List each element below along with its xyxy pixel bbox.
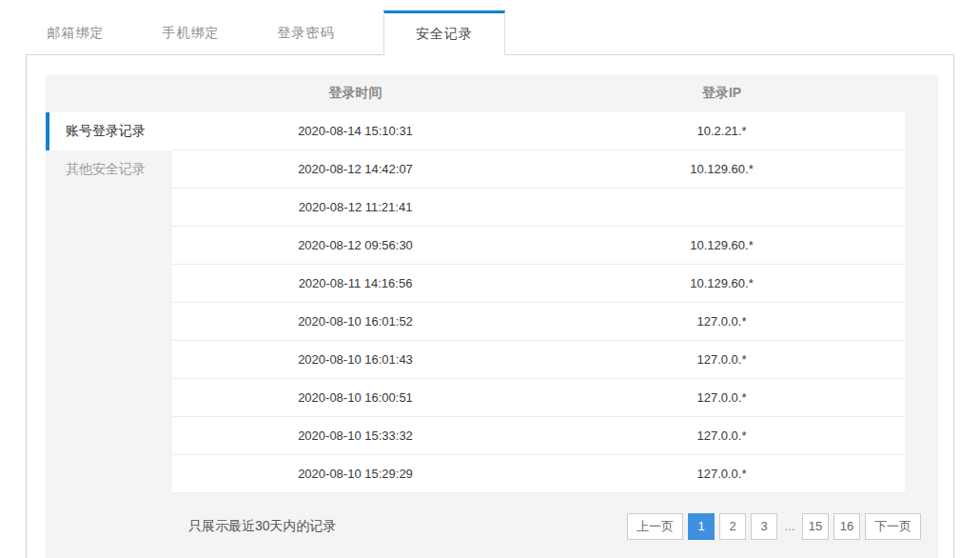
table-row: 2020-08-10 16:01:43 127.0.0.* — [46, 341, 938, 379]
login-ip-cell — [539, 189, 905, 227]
row-side-spacer — [46, 303, 172, 341]
tab-phone-binding[interactable]: 手机绑定 — [133, 10, 248, 55]
security-records-panel: 登录时间 登录IP 2020-08-14 15:10:31 10.2.21.* … — [26, 54, 954, 558]
page-button-3[interactable]: 3 — [751, 513, 777, 540]
login-time-cell: 2020-08-11 14:16:56 — [172, 265, 539, 303]
row-side-spacer — [46, 417, 172, 455]
table-row: 2020-08-12 09:56:30 10.129.60.* — [46, 227, 938, 265]
row-side-spacer — [46, 189, 172, 227]
login-time-cell: 2020-08-12 14:42:07 — [172, 150, 539, 189]
login-ip-cell: 10.129.60.* — [539, 227, 905, 265]
table-row: 2020-08-14 15:10:31 10.2.21.* — [46, 112, 938, 150]
next-page-button[interactable]: 下一页 — [865, 513, 921, 540]
retention-note: 只展示最近30天内的记录 — [188, 518, 337, 535]
login-time-cell: 2020-08-12 09:56:30 — [172, 227, 539, 265]
pagination: 上一页 123...1516 下一页 — [627, 513, 921, 540]
row-side-spacer — [46, 455, 172, 493]
login-ip-cell: 127.0.0.* — [539, 303, 905, 341]
login-records-block: 登录时间 登录IP 2020-08-14 15:10:31 10.2.21.* … — [46, 74, 938, 558]
login-time-cell: 2020-08-10 16:01:52 — [172, 303, 539, 341]
row-side-spacer — [46, 265, 172, 303]
tab-security-records[interactable]: 安全记录 — [383, 10, 505, 55]
login-time-cell: 2020-08-10 15:29:29 — [172, 455, 539, 493]
sidebar-item-other-security-records[interactable]: 其他安全记录 — [46, 150, 172, 189]
pagination-pages: 123...1516 — [688, 513, 860, 540]
table-footer: 只展示最近30天内的记录 上一页 123...1516 下一页 — [46, 493, 938, 558]
table-row: 2020-08-10 15:29:29 127.0.0.* — [46, 455, 938, 493]
login-ip-cell: 10.2.21.* — [539, 112, 905, 150]
column-header-login-ip: 登录IP — [539, 74, 905, 112]
login-ip-cell: 127.0.0.* — [539, 379, 905, 417]
table-row: 2020-08-10 16:01:52 127.0.0.* — [46, 303, 938, 341]
tab-email-binding[interactable]: 邮箱绑定 — [18, 10, 133, 55]
login-ip-cell: 127.0.0.* — [539, 455, 905, 493]
tab-login-password[interactable]: 登录密码 — [248, 10, 363, 55]
login-ip-cell: 10.129.60.* — [539, 150, 905, 189]
row-side-spacer — [46, 227, 172, 265]
prev-page-button[interactable]: 上一页 — [627, 513, 683, 540]
pagination-ellipsis: ... — [782, 519, 797, 533]
table-row: 2020-08-12 14:42:07 10.129.60.* — [46, 150, 938, 189]
row-side-spacer — [46, 379, 172, 417]
page-button-15[interactable]: 15 — [802, 513, 829, 540]
login-time-cell: 2020-08-10 16:01:43 — [172, 341, 539, 379]
row-side-spacer — [46, 341, 172, 379]
table-row: 2020-08-11 14:16:56 10.129.60.* — [46, 265, 938, 303]
sidebar-item-label: 其他安全记录 — [66, 161, 146, 178]
column-header-login-time: 登录时间 — [172, 74, 539, 112]
tab-bar: 邮箱绑定手机绑定登录密码安全记录 — [0, 0, 980, 55]
header-side-spacer — [46, 74, 172, 112]
page-button-1[interactable]: 1 — [688, 513, 715, 540]
sidebar-item-account-login-records[interactable]: 账号登录记录 — [46, 112, 172, 150]
page-button-16[interactable]: 16 — [833, 513, 860, 540]
page-button-2[interactable]: 2 — [719, 513, 746, 540]
login-time-cell: 2020-08-12 11:21:41 — [172, 189, 539, 227]
login-time-cell: 2020-08-10 16:00:51 — [172, 379, 539, 417]
login-time-cell: 2020-08-10 15:33:32 — [172, 417, 539, 455]
login-time-cell: 2020-08-14 15:10:31 — [172, 112, 539, 150]
login-ip-cell: 127.0.0.* — [539, 417, 905, 455]
table-row: 2020-08-10 16:00:51 127.0.0.* — [46, 379, 938, 417]
side-nav: 账号登录记录 其他安全记录 — [46, 112, 172, 189]
login-ip-cell: 10.129.60.* — [539, 265, 905, 303]
sidebar-item-label: 账号登录记录 — [66, 123, 146, 140]
table-body: 2020-08-14 15:10:31 10.2.21.* 2020-08-12… — [46, 112, 938, 493]
table-row: 2020-08-10 15:33:32 127.0.0.* — [46, 417, 938, 455]
login-ip-cell: 127.0.0.* — [539, 341, 905, 379]
table-header-row: 登录时间 登录IP — [46, 74, 938, 112]
table-row: 2020-08-12 11:21:41 — [46, 189, 938, 227]
